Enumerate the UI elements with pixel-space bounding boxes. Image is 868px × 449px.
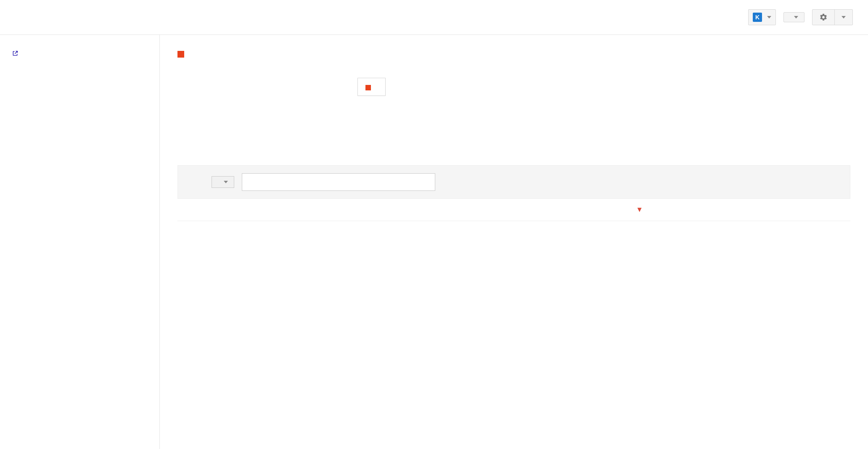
blocked-resources-table: ▼ [177,199,850,221]
filter-input[interactable] [242,173,435,191]
property-favicon: K [753,13,762,22]
gear-icon [819,13,828,21]
header: K [0,0,868,35]
chart-tooltip [357,78,386,96]
sort-desc-icon: ▼ [636,206,643,214]
col-header-resource[interactable] [177,199,631,221]
chevron-down-icon [767,16,771,18]
external-link-icon [12,50,19,57]
settings-button[interactable] [812,10,834,25]
summary-count [177,51,850,58]
settings-group [812,9,853,25]
filter-mode-dropdown[interactable] [212,176,234,188]
settings-dropdown-button[interactable] [834,10,852,25]
sidebar-new-console-link[interactable] [6,47,155,62]
chevron-down-icon [842,16,846,18]
property-selector[interactable]: K [748,9,776,25]
chevron-down-icon [794,16,798,18]
series-swatch [365,85,371,90]
chart [177,62,850,155]
main-content: ▼ [160,35,868,449]
help-button[interactable] [783,12,804,22]
col-header-pages[interactable]: ▼ [631,199,769,221]
filter-bar [177,165,850,199]
header-actions: K [748,9,853,25]
sidebar [0,35,160,449]
series-swatch [177,51,184,58]
chevron-down-icon [224,181,228,183]
